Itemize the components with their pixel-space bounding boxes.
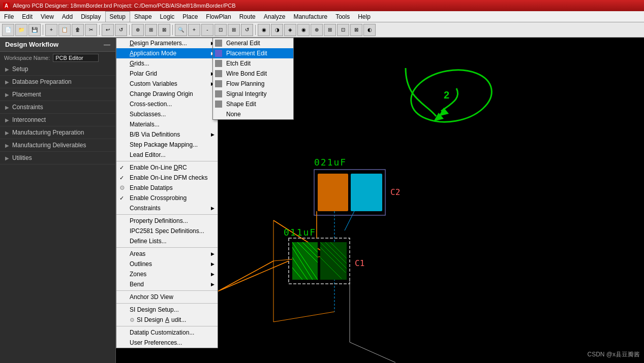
title-bar: A Allegro PCB Designer: 18mmBorder.brd P… [0,0,644,11]
toolbar-open[interactable]: 📁 [15,24,27,36]
toolbar-btn4[interactable]: + [45,24,57,36]
sidebar-item-mfg-prep[interactable]: ▶ Manufacturing Preparation [0,126,115,139]
toolbar-btn15[interactable]: ◈ [284,24,296,36]
toolbar-btn8[interactable]: ↩ [102,24,114,36]
menu-item-crossprobing[interactable]: Enable Crossprobing [116,193,218,203]
sidebar-close-icon[interactable]: — [104,41,110,48]
toolbar-btn16[interactable]: ◉ [297,24,310,36]
toolbar-btn5[interactable]: 📋 [58,24,71,36]
menu-item-prop-defs[interactable]: Property Definitions... [116,216,218,226]
menu-item-design-params[interactable]: Design Parameters... [116,38,218,48]
ipc2581-label: IPC2581 Spec Definitions... [130,227,204,235]
menu-flowplan[interactable]: FlowPlan [202,11,235,22]
menu-view[interactable]: View [37,11,58,22]
si-design-setup-label: SI Design Setup... [130,306,179,313]
menu-item-app-mode[interactable]: Application Mode [116,48,218,58]
user-prefs-label: User Preferences... [130,339,182,346]
toolbar-zoom1[interactable]: 🔍 [175,24,187,36]
menu-shape[interactable]: Shape [130,11,156,22]
menu-item-flow-planning[interactable]: Flow Planning [213,79,293,89]
menu-item-placement-edit[interactable]: Placement Edit [213,48,293,58]
menu-item-si-design-audit[interactable]: ⚙SI Design Audit... [116,315,218,325]
menu-edit[interactable]: Edit [18,11,37,22]
menu-add[interactable]: Add [58,11,77,22]
menu-place[interactable]: Place [178,11,202,22]
workspace-input[interactable] [53,54,99,62]
menu-item-zones[interactable]: Zones [116,269,218,279]
menu-item-subclasses[interactable]: Subclasses... [116,109,218,119]
sidebar-item-interconnect[interactable]: ▶ Interconnect [0,114,115,126]
menu-item-ipc2581[interactable]: IPC2581 Spec Definitions... [116,226,218,236]
menu-help[interactable]: Help [354,11,375,22]
menu-logic[interactable]: Logic [156,11,179,22]
menu-item-si-design-setup[interactable]: SI Design Setup... [116,305,218,315]
menu-setup[interactable]: Setup [105,11,130,22]
menu-analyze[interactable]: Analyze [260,11,290,22]
toolbar-btn9[interactable]: ↺ [115,24,127,36]
toolbar-zoom2[interactable]: + [188,24,200,36]
menu-manufacture[interactable]: Manufacture [289,11,331,22]
sidebar-item-label: Manufacturing Preparation [12,129,84,136]
menu-tools[interactable]: Tools [331,11,354,22]
toolbar-btn14[interactable]: ◑ [271,24,283,36]
menu-item-outlines[interactable]: Outlines [116,259,218,269]
menu-item-bb-via[interactable]: B/B Via Definitions [116,129,218,140]
menu-item-step-pkg[interactable]: Step Package Mapping... [116,140,218,150]
sidebar-item-utilities[interactable]: ▶ Utilities [0,152,115,164]
menu-item-none[interactable]: None [213,109,293,119]
menu-item-custom-vars[interactable]: Custom Variables [116,79,218,89]
menu-item-areas[interactable]: Areas [116,249,218,259]
toolbar-btn10[interactable]: ⊕ [132,24,144,36]
bend-label: Bend [130,281,144,288]
menu-item-define-lists[interactable]: Define Lists... [116,236,218,246]
menu-item-user-prefs[interactable]: User Preferences... [116,338,218,348]
toolbar-btn12[interactable]: ⊠ [158,24,170,36]
setup-dropdown-menu: Design Parameters... Application Mode Gr… [116,38,218,348]
placement-edit-label: Placement Edit [226,50,267,57]
toolbar-btn6[interactable]: 🗑 [72,24,84,36]
menu-item-materials[interactable]: Materials... [116,119,218,129]
menu-display[interactable]: Display [77,11,105,22]
toolbar-btn20[interactable]: ⊠ [350,24,362,36]
sidebar-item-mfg-del[interactable]: ▶ Manufacturing Deliverables [0,139,115,152]
menu-route[interactable]: Route [235,11,260,22]
sidebar-item-db-prep[interactable]: ▶ Database Preparation [0,76,115,88]
menu-item-general-edit[interactable]: General Edit [213,38,293,48]
menu-item-anchor-3d[interactable]: Anchor 3D View [116,292,218,302]
toolbar-btn19[interactable]: ⊡ [337,24,349,36]
menu-item-polar-grid[interactable]: Polar Grid [116,69,218,79]
svg-rect-9 [318,174,348,211]
menu-file[interactable]: File [0,11,18,22]
toolbar-btn21[interactable]: ◐ [363,24,376,36]
menu-item-datatip-custom[interactable]: Datatip Customization... [116,327,218,338]
toolbar-zoom4[interactable]: ⊡ [214,24,227,36]
menu-item-online-dfm[interactable]: Enable On-Line DFM checks [116,173,218,183]
menu-item-signal-integrity[interactable]: Signal Integrity [213,89,293,99]
menu-item-online-drc[interactable]: Enable On-Line DRC [116,162,218,173]
toolbar-btn7[interactable]: ✂ [85,24,97,36]
toolbar-btn18[interactable]: ⊞ [324,24,336,36]
sidebar-header: Design Workflow — [0,38,115,52]
sidebar-item-setup[interactable]: ▶ Setup [0,63,115,76]
toolbar-btn13[interactable]: ◉ [258,24,270,36]
toolbar-btn11[interactable]: ⊞ [145,24,157,36]
toolbar-zoom5[interactable]: ⊞ [228,24,240,36]
toolbar-zoom6[interactable]: ↺ [241,24,253,36]
sep6 [116,326,218,326]
toolbar-btn17[interactable]: ⊕ [311,24,323,36]
menu-item-change-origin[interactable]: Change Drawing Origin [116,89,218,99]
menu-item-grids[interactable]: Grids... [116,58,218,69]
menu-item-shape-edit[interactable]: Shape Edit [213,99,293,109]
toolbar-save[interactable]: 💾 [28,24,41,36]
menu-item-wire-bond-edit[interactable]: Wire Bond Edit [213,69,293,79]
menu-item-cross-section[interactable]: Cross-section... [116,99,218,109]
menu-item-constraints[interactable]: Constraints [116,203,218,213]
menu-item-datatips[interactable]: ⚙ Enable Datatips [116,183,218,193]
toolbar-zoom3[interactable]: - [201,24,213,36]
menu-item-etch-edit[interactable]: Etch Edit [213,58,293,69]
menu-item-lead-editor[interactable]: Lead Editor... [116,150,218,160]
sidebar-item-constraints[interactable]: ▶ Constraints [0,101,115,114]
menu-item-bend[interactable]: Bend [116,279,218,289]
sidebar-item-placement[interactable]: ▶ Placement [0,88,115,101]
toolbar-new[interactable]: 📄 [2,24,14,36]
